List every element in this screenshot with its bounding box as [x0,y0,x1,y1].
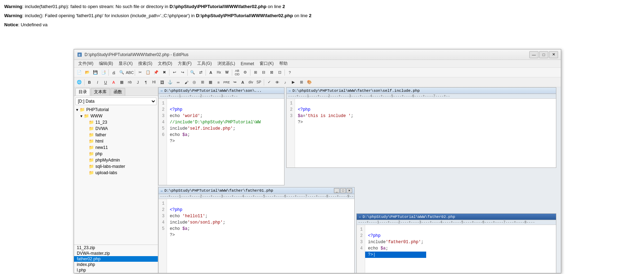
tb-help[interactable]: ? [286,69,294,76]
tb-hx[interactable]: Hx [215,69,223,76]
tb2-italic[interactable]: I [94,78,101,86]
tb2-underline[interactable]: U [102,78,109,86]
tb2-bigA[interactable]: A [239,78,247,86]
panel3-max[interactable]: □ [340,188,346,193]
tb-delete[interactable]: ✖ [160,69,168,76]
tb2-color2[interactable]: ▦ [118,78,126,86]
tree-label-1123: 11_23 [95,120,107,125]
panel1-code[interactable]: <?php echo 'world'; //include'D:\phpStud… [167,99,263,185]
tb2-anchor[interactable]: ⚓ [166,78,174,86]
panel3-code[interactable]: <?php echo 'hello11'; include'son/son1.p… [167,199,228,273]
tb2-list[interactable]: ≔ [231,78,239,86]
menu-view[interactable]: 显示(X) [116,60,135,67]
tree-item-phpmyadmin[interactable]: 📁 phpMyAdmin [74,157,158,163]
tb-print-prev[interactable]: 🔍 [118,69,126,76]
tb-print[interactable]: 🖨 [110,69,118,76]
tab-directory[interactable]: 目录 [75,88,90,96]
tb-tile4[interactable]: ⊡ [276,69,283,76]
tb2-div[interactable]: div [247,78,255,86]
menu-window[interactable]: 窗口(K) [257,60,276,67]
tb-find[interactable]: 🔍 [189,69,196,76]
tb2-j[interactable]: J [134,78,142,86]
tb-spell[interactable]: ABC [126,69,134,76]
tb2-circle[interactable]: ◎ [190,78,198,86]
tree-item-www[interactable]: ▼ 📁 WWW [74,113,158,119]
panel4-code[interactable]: <?php include'father01.php'; echo $a; ?>… [365,225,426,273]
drive-select[interactable]: [D:] Data [75,97,156,105]
file-item-zip1[interactable]: 11_23.zip [74,245,158,251]
tree-label-dvwa: DVWA [95,126,108,131]
file-item-index[interactable]: index.php [74,262,158,267]
minimize-button[interactable]: — [529,51,538,58]
tb2-hi[interactable]: HI [150,78,158,86]
tb2-sp[interactable]: SP [255,78,263,86]
file-item-dvwazip[interactable]: DVWA-master.zip [74,251,158,256]
tab-functions[interactable]: 函数 [110,88,125,96]
tb-tile[interactable]: ⊞ [251,69,259,76]
tree-item-phptutorial[interactable]: ▼ 📁 PHPTutorial [74,107,158,113]
tb2-nb[interactable]: nb [126,78,134,86]
tb2-hr[interactable]: ═ [174,78,182,86]
file-item-l[interactable]: l.php [74,267,158,273]
tb2-pre[interactable]: PRE [223,78,230,86]
tree-item-upload[interactable]: 📁 upload-labs [74,170,158,176]
tb-wordwrap[interactable]: W [223,69,231,76]
menu-project[interactable]: 方案(F) [175,60,194,67]
menu-file[interactable]: 文件(W) [75,60,96,67]
tree-item-1123[interactable]: 📁 11_23 [74,119,158,125]
tb2-music[interactable]: ♪ [281,78,289,86]
maximize-button[interactable]: □ [539,51,548,58]
tb2-paint[interactable]: 🖌 [182,78,190,86]
panel3-min[interactable]: _ [334,188,340,193]
tb-replace[interactable]: ⇄ [197,69,204,76]
expand-arrow-www: ▼ [80,114,84,118]
tree-item-html[interactable]: 📁 html [74,138,158,144]
panel3-close[interactable]: ✕ [347,188,352,193]
file-item-father02[interactable]: father02.php [74,256,158,262]
menu-search[interactable]: 搜索(S) [135,60,155,67]
tb2-align[interactable]: ≡ [215,78,222,86]
tb-save-all[interactable]: 📑 [100,69,107,76]
tree-item-new11[interactable]: 📁 new11 [74,144,158,151]
tb-bold[interactable]: A [207,69,215,76]
menu-tools[interactable]: 工具(G) [194,60,214,67]
menu-help[interactable]: 帮助 [276,60,290,67]
tb2-preview[interactable]: 👁 [273,78,281,86]
tab-textlib[interactable]: 文本库 [91,88,110,96]
tb-save[interactable]: 💾 [92,69,99,76]
tb2-img[interactable]: 🖼 [158,78,166,86]
tree-item-php[interactable]: 📁 php [74,151,158,157]
tb-copy[interactable]: 📋 [144,69,152,76]
tb-tile3[interactable]: ⊠ [268,69,275,76]
panel2-code[interactable]: <?php $a='this is include '; ?> [295,99,356,167]
menu-doc[interactable]: 文档(D) [155,60,175,67]
sep2-1 [84,79,85,85]
menu-edit[interactable]: 编辑(B) [96,60,116,67]
tb-open[interactable]: 📂 [83,69,91,76]
close-button[interactable]: ✕ [549,51,558,58]
menu-emmet[interactable]: Emmet [238,61,257,67]
tb-undo[interactable]: ↩ [170,69,178,76]
tree-label: PHPTutorial [86,107,109,112]
tb2-bold[interactable]: B [86,78,93,86]
tb2-grid[interactable]: ⊞ [297,78,305,86]
tb-paste[interactable]: 📌 [152,69,160,76]
menu-browser[interactable]: 浏览器(L) [215,60,238,67]
tb2-color3[interactable]: 🎨 [306,78,313,86]
tb2-table2[interactable]: ▦ [207,78,214,86]
tb2-table[interactable]: ⊞ [199,78,206,86]
tb2-check[interactable]: ✓ [265,78,273,86]
tb-tile2[interactable]: ⊟ [260,69,267,76]
tree-item-father[interactable]: 📁 father [74,132,158,138]
tb-redo[interactable]: ↪ [179,69,186,76]
tb2-color[interactable]: A [110,78,118,86]
tb-abbr[interactable]: ABOD [233,69,241,76]
tb2-para[interactable]: ¶ [142,78,150,86]
tree-item-sqli[interactable]: 📁 sqli-labs-master [74,163,158,170]
tb-settings[interactable]: ⚙ [241,69,249,76]
tree-item-dvwa[interactable]: 📁 DVWA [74,125,158,132]
tb-new[interactable]: 📄 [75,69,83,76]
tb2-globe[interactable]: 🌐 [75,78,83,86]
tb2-video[interactable]: ▶ [289,78,297,86]
tb-cut[interactable]: ✂ [136,69,144,76]
